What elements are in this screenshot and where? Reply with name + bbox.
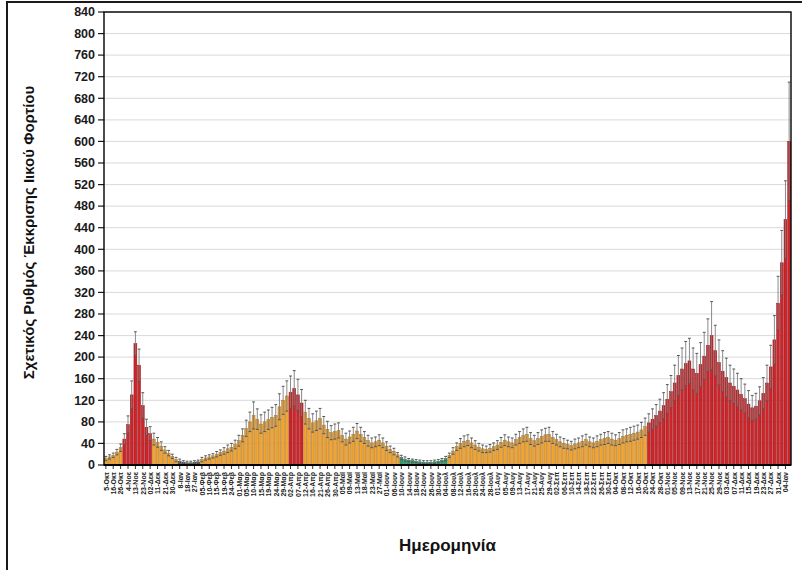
- x-tick-label: 13-Νοε: [686, 471, 693, 494]
- x-tick-label: 21-Δεκ: [162, 472, 169, 494]
- x-tick-label: 07-Δεκ: [731, 472, 738, 494]
- x-tick-label: 10-Σεπ: [568, 471, 575, 495]
- x-tick-label: 11-Δεκ: [738, 472, 745, 494]
- x-tick-label: 19-Δεκ: [753, 472, 760, 494]
- x-tick-label: 5-Οκτ: [103, 471, 110, 491]
- y-tick-label: 640: [74, 113, 95, 127]
- x-tick-label: 23-Νοε: [140, 471, 147, 494]
- y-tick-label: 240: [74, 329, 95, 343]
- y-axis-title: Σχετικός Ρυθμός Έκκρισης Ιικού Φορτίου: [20, 73, 37, 393]
- y-tick-label: 280: [74, 307, 95, 321]
- x-tick-label: 31-Δεκ: [775, 472, 782, 494]
- x-tick-label: 02-Δεκ: [147, 472, 154, 494]
- x-tick-label: 26-Ιουν: [428, 472, 435, 496]
- x-tick-label: 24-Οκτ: [649, 471, 656, 494]
- x-tick-label: 27-Μαϊ: [376, 471, 383, 494]
- y-tick-label: 360: [74, 264, 95, 278]
- x-tick-label: 03-Δεκ: [723, 472, 730, 494]
- x-tick-label: 29-Νοε: [716, 471, 723, 494]
- x-tick-label: 05-Νοε: [671, 471, 678, 494]
- y-tick-label: 80: [81, 415, 95, 429]
- x-tick-label: 14-Σεπ: [575, 471, 582, 495]
- x-tick-label: 20-Οκτ: [642, 471, 649, 494]
- x-tick-label: 26-Σεπ: [598, 471, 605, 495]
- bar: [134, 344, 137, 465]
- y-tick-label: 560: [74, 156, 95, 170]
- x-tick-label: 24-Ιουλ: [479, 472, 486, 496]
- y-tick-label: 320: [74, 286, 95, 300]
- x-tick-label: 18-Σεπ: [583, 471, 590, 495]
- x-tick-label: 05-Μαϊ: [339, 471, 346, 494]
- x-tick-label: 23-Δεκ: [760, 472, 767, 494]
- x-tick-label: 08-Οκτ: [620, 471, 627, 494]
- x-tick-label: 28-Οκτ: [657, 471, 664, 494]
- y-tick-label: 760: [74, 48, 95, 62]
- y-tick-label: 720: [74, 70, 95, 84]
- x-tick-label: 01-Νοε: [664, 471, 671, 494]
- x-tick-label: 21-Νοε: [701, 471, 708, 494]
- x-tick-label: 10-Ιουν: [398, 472, 405, 496]
- chart-plot-area: 0408012016020024028032036040044048052056…: [0, 0, 802, 570]
- x-tick-label: 13-Μαϊ: [354, 471, 361, 494]
- y-tick-label: 400: [74, 243, 95, 257]
- x-tick-label: 30-Σεπ: [605, 471, 612, 495]
- x-tick-label: 13-Νοε: [132, 471, 139, 494]
- x-tick-label: 04-Ιουλ: [442, 472, 449, 496]
- x-tick-label: 18-Μαϊ: [361, 471, 368, 494]
- wastewater-viral-load-chart: 0408012016020024028032036040044048052056…: [0, 0, 802, 570]
- y-tick-label: 520: [74, 178, 95, 192]
- x-tick-label: 09-Μαϊ: [346, 471, 353, 494]
- x-tick-label: 08-Ιουλ: [450, 472, 457, 496]
- y-tick-label: 840: [74, 5, 95, 19]
- x-tick-label: 04-Οκτ: [612, 471, 619, 494]
- x-tick-label: 09-Νοε: [679, 471, 686, 494]
- y-tick-label: 120: [74, 394, 95, 408]
- y-tick-label: 160: [74, 372, 95, 386]
- x-tick-label: 16-Ιουλ: [465, 472, 472, 496]
- x-tick-label: 30-Ιουν: [435, 472, 442, 496]
- x-tick-label: 25-Νοε: [708, 471, 715, 494]
- x-tick-label: 04-Ιαν: [782, 472, 789, 492]
- x-tick-label: 01-Ιουν: [383, 472, 390, 496]
- x-tick-label: 15-Δεκ: [745, 472, 752, 494]
- y-tick-label: 200: [74, 350, 95, 364]
- x-tick-label: 27-Ιαν: [191, 472, 198, 492]
- x-tick-label: 27-Δεκ: [767, 472, 774, 494]
- x-tick-label: 17-Νοε: [694, 471, 701, 494]
- y-tick-label: 680: [74, 92, 95, 106]
- x-tick-label: 22-Σεπ: [590, 471, 597, 495]
- x-tick-label: 22-Ιουν: [420, 472, 427, 496]
- x-tick-label: 12-Ιουλ: [457, 472, 464, 496]
- y-tick-label: 600: [74, 135, 95, 149]
- x-tick-label: 8-Ιαν: [177, 472, 184, 488]
- x-tick-label: 12-Οκτ: [627, 471, 634, 494]
- y-tick-label: 0: [88, 458, 95, 472]
- x-tick-label: 18-Ιαν: [184, 472, 191, 492]
- x-tick-label: 06-Ιουν: [391, 472, 398, 496]
- y-tick-label: 440: [74, 221, 95, 235]
- x-tick-label: 23-Μαϊ: [369, 471, 376, 494]
- x-tick-label: 26-Οκτ: [117, 471, 124, 494]
- y-tick-label: 480: [74, 199, 95, 213]
- x-tick-label: 18-Ιουν: [413, 472, 420, 496]
- x-axis-title: Ημερομηνία: [104, 536, 791, 556]
- x-tick-label: 11-Δεκ: [154, 472, 161, 494]
- x-tick-label: 14-Ιουν: [406, 472, 413, 496]
- x-tick-label: 4-Νοε: [125, 471, 132, 491]
- y-tick-label: 40: [81, 437, 95, 451]
- x-tick-label: 20-Ιουλ: [472, 472, 479, 496]
- x-tick-label: 16-Οκτ: [110, 471, 117, 494]
- x-tick-label: 16-Οκτ: [635, 471, 642, 494]
- x-tick-label: 28-Ιουλ: [487, 472, 494, 496]
- x-tick-label: 06-Σεπ: [561, 471, 568, 495]
- y-tick-label: 800: [74, 27, 95, 41]
- x-tick-label: 02-Σεπ: [553, 471, 560, 495]
- x-tick-label: 30-Δεκ: [169, 472, 176, 494]
